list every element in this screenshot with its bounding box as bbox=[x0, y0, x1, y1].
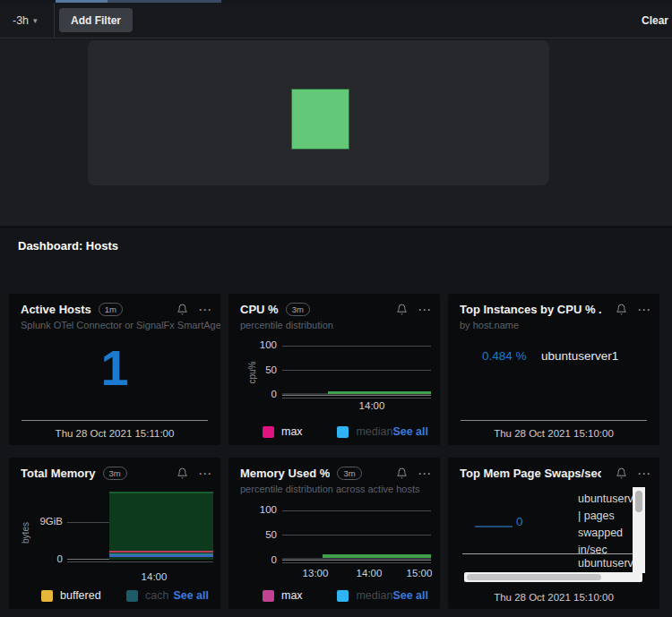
see-all-link[interactable]: See all bbox=[392, 425, 428, 438]
swaps-value: 0 bbox=[516, 515, 523, 528]
legend-label: median bbox=[356, 589, 392, 602]
legend-item-max[interactable]: max bbox=[263, 425, 337, 438]
topbar: -3h ▾ Add Filter Clear bbox=[0, 3, 672, 39]
more-options-icon[interactable]: ⋯ bbox=[637, 468, 650, 479]
legend-swatch bbox=[41, 590, 53, 602]
legend-label: median bbox=[356, 425, 392, 438]
footer-timestamp: Thu 28 Oct 2021 15:10:00 bbox=[448, 428, 659, 439]
legend-swatch bbox=[263, 426, 274, 438]
clear-button[interactable]: Clear bbox=[642, 3, 668, 39]
memory-used-chart-plot[interactable] bbox=[282, 510, 431, 561]
active-hosts-value: 1 bbox=[9, 338, 220, 397]
y-tick: 0 bbox=[248, 554, 277, 565]
gridline bbox=[282, 346, 431, 347]
card-total-memory: Total Memory 3m ⋯ bytes 9GiB 0 14:00 bbox=[9, 458, 220, 609]
card-memory-used-percent: Memory Used % 3m ⋯ percentile distributi… bbox=[228, 458, 440, 609]
y-tick: 0 bbox=[248, 389, 277, 399]
legend-item-median[interactable]: median bbox=[337, 425, 392, 438]
chart-line bbox=[109, 555, 213, 557]
gridline bbox=[282, 370, 431, 371]
legend-swatch bbox=[126, 590, 138, 602]
resolution-chip: 3m bbox=[286, 303, 310, 316]
x-tick: 14:00 bbox=[352, 400, 392, 411]
legend-item-max[interactable]: max bbox=[263, 589, 337, 602]
footer-separator bbox=[22, 420, 208, 421]
bell-icon[interactable] bbox=[616, 467, 627, 479]
gridline bbox=[282, 510, 431, 511]
legend-label: max bbox=[281, 425, 303, 438]
bell-icon[interactable] bbox=[616, 304, 627, 315]
card-footer: Thu 28 Oct 2021 15:11:00 bbox=[9, 420, 220, 439]
metric-name-line: ubuntuserv bbox=[578, 491, 633, 508]
heatmap-panel bbox=[88, 40, 549, 185]
metric-name-line: | pages bbox=[578, 508, 633, 525]
bell-icon[interactable] bbox=[177, 467, 188, 479]
chart-legend: max median See all bbox=[263, 589, 428, 602]
screen: -3h ▾ Add Filter Clear Dashboard: Hosts … bbox=[0, 0, 672, 617]
legend-item-buffered[interactable]: buffered bbox=[41, 589, 126, 602]
chart-line bbox=[282, 558, 431, 560]
chart-legend: max median See all bbox=[263, 425, 428, 438]
y-tick: 0 bbox=[29, 553, 63, 564]
card-title: Active Hosts bbox=[21, 303, 91, 316]
legend-item-median[interactable]: median bbox=[337, 589, 392, 602]
resolution-chip: 3m bbox=[103, 467, 127, 480]
y-tick: 100 bbox=[248, 504, 277, 515]
footer-separator bbox=[461, 420, 647, 421]
sparkline bbox=[475, 526, 513, 527]
card-subtitle: percentile distribution bbox=[228, 317, 440, 330]
chart-line bbox=[328, 391, 431, 394]
vertical-scrollbar[interactable] bbox=[633, 487, 645, 573]
resolution-chip: 3m bbox=[337, 467, 361, 480]
more-options-icon[interactable]: ⋯ bbox=[198, 304, 211, 315]
cpu-chart-plot[interactable] bbox=[282, 346, 431, 396]
card-subtitle: by host.name bbox=[448, 317, 659, 330]
more-options-icon[interactable]: ⋯ bbox=[637, 304, 650, 315]
see-all-link[interactable]: See all bbox=[173, 589, 209, 602]
see-all-link[interactable]: See all bbox=[392, 589, 428, 602]
metric-name-rows: ubuntuserv | pages swapped in/sec bbox=[578, 491, 633, 559]
card-title: CPU % bbox=[240, 303, 279, 316]
legend-swatch bbox=[337, 590, 349, 602]
more-options-icon[interactable]: ⋯ bbox=[198, 468, 211, 479]
resolution-chip: 1m bbox=[99, 303, 123, 316]
card-title: Memory Used % bbox=[240, 467, 330, 480]
list-row-separator bbox=[462, 553, 633, 554]
horizontal-scrollbar-thumb[interactable] bbox=[467, 574, 601, 580]
more-options-icon[interactable]: ⋯ bbox=[418, 468, 431, 479]
metric-name-line: ubuntuserv bbox=[578, 557, 633, 570]
card-title: Top Mem Page Swaps/sec ... bbox=[460, 467, 601, 480]
y-tick: 9GiB bbox=[29, 516, 63, 527]
vertical-scrollbar-thumb[interactable] bbox=[635, 491, 642, 512]
x-tick: 14:00 bbox=[349, 568, 389, 578]
cards-grid: Active Hosts 1m ⋯ Splunk OTel Connector … bbox=[9, 294, 659, 609]
legend-label: max bbox=[281, 589, 303, 602]
horizontal-scrollbar[interactable] bbox=[464, 572, 642, 582]
gridline bbox=[282, 535, 431, 536]
card-top-mem-page-swaps: Top Mem Page Swaps/sec ... ⋯ 0 ubuntuser… bbox=[448, 458, 659, 609]
add-filter-button[interactable]: Add Filter bbox=[59, 8, 133, 32]
legend-item-cached[interactable]: cach bbox=[126, 589, 168, 602]
time-range-picker[interactable]: -3h ▾ bbox=[13, 3, 38, 39]
card-cpu-percent: CPU % 3m ⋯ percentile distribution cpu% … bbox=[228, 294, 440, 445]
topbar-divider bbox=[54, 3, 55, 39]
dashboard-heading: Dashboard: Hosts bbox=[18, 239, 118, 253]
host-status-square[interactable] bbox=[291, 89, 349, 150]
card-top-instances-cpu: Top Instances by CPU % ... ⋯ by host.nam… bbox=[448, 294, 659, 445]
card-footer: Thu 28 Oct 2021 15:10:00 bbox=[448, 420, 659, 439]
bell-icon[interactable] bbox=[396, 304, 408, 315]
more-options-icon[interactable]: ⋯ bbox=[418, 304, 431, 315]
card-subtitle: percentile distribution across active ho… bbox=[228, 481, 440, 494]
chart-line bbox=[323, 554, 431, 558]
y-tick: 100 bbox=[248, 339, 277, 350]
bell-icon[interactable] bbox=[177, 304, 188, 315]
footer-timestamp: Thu 28 Oct 2021 15:11:00 bbox=[9, 428, 220, 439]
instance-row[interactable]: 0.484 % ubuntuserver1 bbox=[448, 349, 659, 364]
card-title: Top Instances by CPU % ... bbox=[460, 303, 601, 316]
memory-chart-plot[interactable] bbox=[67, 488, 213, 560]
chart-area bbox=[109, 493, 213, 560]
metric-name-line: swapped bbox=[578, 525, 633, 542]
bell-icon[interactable] bbox=[396, 467, 408, 479]
y-tick: 50 bbox=[248, 529, 277, 540]
cpu-percent-value: 0.484 % bbox=[482, 349, 527, 363]
